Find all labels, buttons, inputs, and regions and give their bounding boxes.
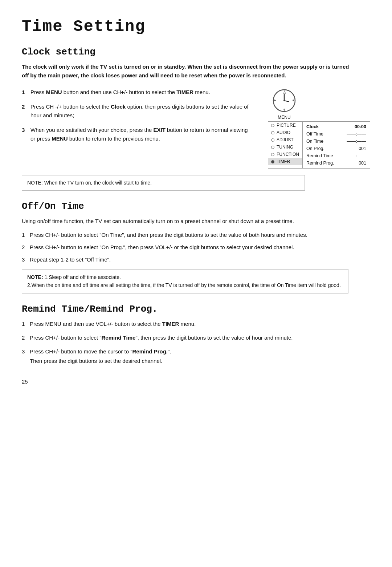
menu-row-remind-prog-value: 001 [359,161,366,166]
menu-item-adjust: ADJUST [268,136,302,143]
remind-step-1: 1 Press MENU and then use VOL+/- button … [22,320,370,328]
remind-heading: Remind Time/Remind Prog. [22,304,370,315]
clock-heading: Clock setting [22,46,370,57]
menu-item-tuning: TUNING [268,143,302,151]
clock-note-text: NOTE: When the TV turn on, the clock wil… [27,180,152,186]
remind-step-1-text: Press MENU and then use VOL+/- button to… [30,320,196,328]
menu-item-audio-label: AUDIO [277,130,290,135]
clock-content-area: 1 Press MENU button and then use CH+/- b… [22,88,370,169]
off-on-note-line-2: 2.When the on time and off time are all … [27,281,343,289]
off-on-intro: Using on/off time function, the TV set c… [22,217,370,226]
clock-section: Clock setting The clock will only work i… [22,46,370,191]
off-on-steps-list: 1 Press CH+/- button to select "On Time"… [22,231,370,264]
remind-step-num-3: 3 [22,347,27,365]
radio-dot-function [271,153,274,156]
menu-row-on-prog-label: On Prog. [306,146,343,151]
clock-note-box: NOTE: When the TV turn on, the clock wil… [22,175,305,191]
off-on-section: Off/On Time Using on/off time function, … [22,201,370,293]
remind-steps-list: 1 Press MENU and then use VOL+/- button … [22,320,370,365]
svg-point-11 [283,100,285,101]
svg-text:9: 9 [274,99,275,102]
radio-dot-timer [271,160,274,163]
menu-item-function-label: FUNCTION [277,152,299,157]
step-num-2: 2 [22,102,28,120]
off-on-step-1: 1 Press CH+/- button to select "On Time"… [22,231,370,239]
menu-row-on-time: On Time ——:—— [306,138,366,145]
clock-step-1: 1 Press MENU button and then use CH+/- b… [22,88,253,97]
off-on-step-3: 3 Repeat step 1-2 to set "Off Time". [22,255,370,264]
clock-step-1-text: Press MENU button and then use CH+/- but… [30,88,210,97]
radio-dot-picture [271,124,274,127]
menu-item-picture: PICTURE [268,122,302,129]
menu-item-tuning-label: TUNING [277,145,293,150]
menu-item-picture-label: PICTURE [277,123,296,128]
off-on-heading: Off/On Time [22,201,370,212]
menu-row-on-time-label: On Time [306,139,343,144]
menu-item-timer-label: TIMER [277,159,290,164]
menu-item-function: FUNCTION [268,151,302,158]
off-on-step-num-3: 3 [22,255,27,264]
off-on-note-box: NOTE: 1.Sleep off and off time associate… [22,269,348,293]
svg-text:12: 12 [283,92,286,94]
menu-row-on-prog: On Prog. 001 [306,145,366,152]
menu-row-remind-time: Remind Time ——:—— [306,152,366,159]
svg-text:3: 3 [293,99,294,102]
radio-dot-audio [271,131,274,134]
menu-row-remind-prog: Remind Prog. 001 [306,159,366,167]
menu-row-off-time: Off Time ——:—— [306,130,366,138]
remind-step-3: 3 Press CH+/- button to move the cursor … [22,347,370,365]
menu-row-clock: Clock 00:00 [306,123,366,130]
clock-step-2-text: Press CH -/+ button to select the Clock … [30,102,253,120]
menu-row-clock-label: Clock [306,124,343,129]
off-on-note-line-1: NOTE: 1.Sleep off and off time associate… [27,273,343,281]
menu-row-on-time-value: ——:—— [347,139,366,144]
remind-step-2-text: Press CH+/- button to select "Remind Tim… [30,333,293,342]
svg-line-10 [284,101,289,102]
menu-row-remind-prog-label: Remind Prog. [306,161,343,166]
radio-dot-adjust [271,138,274,142]
menu-row-on-prog-value: 001 [359,146,366,151]
menu-item-timer: TIMER [268,158,302,165]
clock-icon-wrapper: 12 3 6 9 MENU [268,88,297,121]
clock-step-2: 2 Press CH -/+ button to select the Cloc… [22,102,253,120]
menu-row-remind-time-value: ——:—— [347,153,366,158]
tv-clock-icon: 12 3 6 9 [271,88,297,113]
menu-row-clock-value: 00:00 [355,124,366,129]
page-title: Time Setting [22,17,370,36]
menu-item-audio: AUDIO [268,129,302,136]
off-on-step-3-text: Repeat step 1-2 to set "Off Time". [30,255,111,264]
step-num-1: 1 [22,88,28,97]
menu-right-column: Clock 00:00 Off Time ——:—— On Time ——:——… [303,122,370,168]
menu-row-off-time-value: ——:—— [347,131,366,137]
remind-step-3-text: Press CH+/- button to move the cursor to… [30,347,171,365]
clock-steps-list: 1 Press MENU button and then use CH+/- b… [22,88,253,149]
remind-step-num-2: 2 [22,333,27,342]
svg-text:6: 6 [283,108,285,111]
clock-intro: The clock will only work if the TV set i… [22,62,356,80]
off-on-step-1-text: Press CH+/- button to select "On Time", … [30,231,307,239]
step-num-3: 3 [22,126,28,143]
off-on-step-2-text: Press CH+/- button to select "On Prog.",… [30,243,294,252]
menu-label-text: MENU [271,115,297,120]
menu-diagram: 12 3 6 9 MENU PICTURE [268,88,370,169]
off-on-step-2: 2 Press CH+/- button to select "On Prog.… [22,243,370,252]
menu-left-column: PICTURE AUDIO ADJUST TUNING [268,122,303,168]
off-on-step-num-1: 1 [22,231,27,239]
clock-step-3-text: When you are satisfied with your choice,… [30,126,253,143]
remind-step-2: 2 Press CH+/- button to select "Remind T… [22,333,370,342]
radio-dot-tuning [271,146,274,149]
menu-panel: PICTURE AUDIO ADJUST TUNING [268,121,370,169]
menu-row-off-time-label: Off Time [306,131,343,137]
remind-step-3-sub: Then press the digit buttons to set the … [30,357,171,365]
page-number: 25 [22,378,370,385]
menu-row-remind-time-label: Remind Time [306,153,343,158]
remind-step-num-1: 1 [22,320,27,328]
menu-item-adjust-label: ADJUST [277,137,294,142]
remind-section: Remind Time/Remind Prog. 1 Press MENU an… [22,304,370,365]
clock-step-3: 3 When you are satisfied with your choic… [22,126,253,143]
off-on-step-num-2: 2 [22,243,27,252]
